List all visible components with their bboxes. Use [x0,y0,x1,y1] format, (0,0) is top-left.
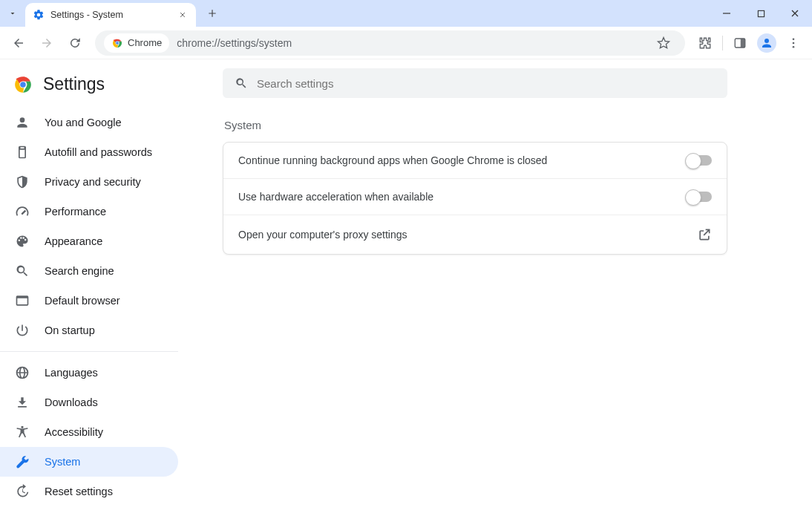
profile-button[interactable] [754,30,779,56]
sidebar-item-you-and-google[interactable]: You and Google [0,108,178,137]
system-card: Continue running background apps when Go… [223,142,727,255]
sidebar-item-performance[interactable]: Performance [0,197,178,226]
shield-icon [15,174,30,189]
sidebar-item-label: Downloads [45,396,98,408]
reload-button[interactable] [62,30,88,56]
titlebar: Settings - System [0,0,812,27]
svg-point-7 [793,42,795,44]
settings-search-input[interactable] [257,77,716,90]
sidebar-item-label: Reset settings [45,486,113,497]
sidebar-item-privacy[interactable]: Privacy and security [0,167,178,197]
svg-point-6 [793,38,795,40]
sidebar-item-label: Performance [45,206,106,218]
sidebar-item-on-startup[interactable]: On startup [0,316,178,345]
person-icon [760,36,773,50]
toggle-hardware-accel[interactable] [687,192,712,202]
section-title: System [224,119,782,131]
palette-icon [15,234,30,249]
sidebar-item-system[interactable]: System [0,447,178,477]
sidebar-item-autofill[interactable]: Autofill and passwords [0,137,178,167]
reload-icon [68,36,82,50]
clipboard-icon [15,145,30,160]
download-icon [15,395,30,410]
speedometer-icon [15,204,30,219]
side-panel-icon [733,36,747,50]
svg-point-3 [116,42,119,45]
sidebar-item-reset[interactable]: Reset settings [0,477,178,506]
sidebar-item-default-browser[interactable]: Default browser [0,286,178,316]
sidebar-item-downloads[interactable]: Downloads [0,388,178,417]
row-hardware-accel: Use hardware acceleration when available [223,178,727,215]
site-chip[interactable]: Chrome [104,33,169,53]
chevron-down-icon [8,9,17,18]
svg-point-11 [20,82,26,88]
forward-button[interactable] [34,30,59,56]
minimize-button[interactable] [710,0,744,27]
sidebar-item-appearance[interactable]: Appearance [0,226,178,256]
row-label: Open your computer's proxy settings [238,229,407,241]
sidebar-nav: You and Google Autofill and passwords Pr… [0,108,193,506]
main-panel: System Continue running background apps … [193,59,812,513]
url-text: chrome://settings/system [177,37,644,49]
sidebar-item-label: System [45,456,80,468]
sidebar: Settings You and Google Autofill and pas… [0,59,193,513]
gear-icon [33,9,45,21]
toolbar-divider [722,36,723,50]
arrow-left-icon [12,36,25,50]
row-label: Continue running background apps when Go… [238,154,547,166]
browser-tab[interactable]: Settings - System [25,3,196,27]
svg-rect-5 [741,39,745,48]
row-background-apps: Continue running background apps when Go… [223,143,727,178]
arrow-right-icon [40,36,53,50]
sidebar-item-accessibility[interactable]: Accessibility [0,417,178,447]
tab-search-dropdown[interactable] [0,0,25,27]
menu-button[interactable] [781,30,806,56]
svg-point-8 [793,45,795,48]
tab-close-button[interactable] [177,9,189,21]
toggle-background-apps[interactable] [687,155,712,166]
new-tab-button[interactable] [202,3,223,24]
side-panel-button[interactable] [727,30,753,56]
maximize-icon [757,10,765,18]
row-label: Use hardware acceleration when available [238,191,433,203]
maximize-button[interactable] [744,0,778,27]
plus-icon [207,8,217,19]
globe-icon [15,365,30,380]
site-chip-label: Chrome [128,37,162,48]
sidebar-item-languages[interactable]: Languages [0,358,178,388]
omnibox[interactable]: Chrome chrome://settings/system [95,30,685,56]
search-icon [15,264,30,278]
back-button[interactable] [6,30,31,56]
external-link-icon [697,227,712,242]
close-window-button[interactable] [778,0,812,27]
svg-rect-0 [758,10,764,16]
extensions-button[interactable] [693,30,718,56]
chrome-icon [111,37,123,49]
close-icon [179,11,186,19]
star-icon [656,36,671,50]
sidebar-item-label: Default browser [45,295,120,307]
nav-divider [0,351,178,352]
history-icon [15,484,30,499]
row-proxy-settings[interactable]: Open your computer's proxy settings [223,215,727,254]
window-controls [710,0,812,27]
kebab-icon [787,36,800,50]
chrome-logo-icon [13,75,33,94]
sidebar-item-label: Accessibility [45,426,103,438]
power-icon [15,323,30,338]
puzzle-icon [698,36,712,50]
person-icon [15,115,30,130]
sidebar-item-label: Autofill and passwords [45,146,152,158]
close-icon [790,9,799,18]
bookmark-button[interactable] [651,30,676,56]
accessibility-icon [15,425,30,440]
tab-title: Settings - System [50,10,171,20]
sidebar-item-search-engine[interactable]: Search engine [0,256,178,286]
avatar [757,33,776,53]
sidebar-item-label: You and Google [45,117,121,128]
minimize-icon [722,9,731,18]
sidebar-item-label: On startup [45,324,95,336]
sidebar-item-label: Appearance [45,235,102,247]
settings-search[interactable] [223,68,727,98]
search-icon [235,76,248,90]
